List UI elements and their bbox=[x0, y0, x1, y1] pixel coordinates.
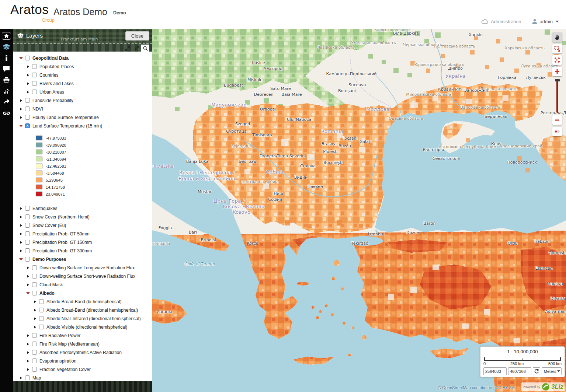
expand-arrow-icon[interactable] bbox=[27, 65, 29, 68]
layer-label[interactable]: Map bbox=[32, 375, 41, 381]
layer-label[interactable]: Albedo bbox=[39, 291, 55, 296]
layer-item[interactable]: Albedo Broad-Band (bi-hemispherical) bbox=[13, 297, 152, 306]
layer-checkbox[interactable] bbox=[39, 308, 44, 312]
layer-item[interactable]: Evapotranspiration bbox=[13, 357, 152, 365]
layer-checkbox[interactable] bbox=[25, 206, 30, 211]
layer-checkbox[interactable] bbox=[25, 375, 30, 380]
3liz-logo-icon[interactable] bbox=[542, 383, 550, 391]
layer-item[interactable]: Down-welling Surface Short-wave Radiatio… bbox=[13, 272, 152, 280]
collapse-arrow-icon[interactable] bbox=[19, 258, 23, 260]
layer-checkbox[interactable] bbox=[39, 325, 44, 329]
map-canvas[interactable] bbox=[152, 29, 566, 392]
expand-arrow-icon[interactable] bbox=[20, 377, 22, 379]
pan-button[interactable] bbox=[552, 32, 562, 42]
expand-arrow-icon[interactable] bbox=[20, 232, 22, 235]
layer-item[interactable]: Precipitation Prob. GT 50mm bbox=[13, 230, 152, 238]
expand-arrow-icon[interactable] bbox=[27, 82, 29, 85]
layer-item[interactable]: Albedo Visible (directional hemispherica… bbox=[13, 323, 152, 331]
layer-checkbox[interactable] bbox=[25, 56, 30, 60]
layer-checkbox[interactable] bbox=[32, 342, 37, 346]
previous-extent-button[interactable] bbox=[552, 127, 562, 136]
expand-arrow-icon[interactable] bbox=[27, 275, 29, 278]
layer-label[interactable]: Populated Places bbox=[39, 64, 74, 69]
print-button[interactable] bbox=[0, 74, 13, 85]
coordinate-x-input[interactable] bbox=[483, 367, 507, 375]
layer-label[interactable]: Albedo Broad-Band (bi-hemispherical) bbox=[46, 299, 121, 304]
layer-checkbox[interactable] bbox=[25, 115, 30, 120]
expand-arrow-icon[interactable] bbox=[20, 224, 22, 227]
layer-label[interactable]: Geopolitical Data bbox=[32, 56, 69, 61]
expand-all-button[interactable] bbox=[125, 45, 131, 51]
collapse-arrow-icon[interactable] bbox=[26, 292, 30, 294]
layer-checkbox[interactable] bbox=[32, 90, 37, 94]
expand-arrow-icon[interactable] bbox=[27, 343, 29, 346]
home-button[interactable] bbox=[0, 30, 13, 41]
layer-item[interactable]: Countries bbox=[13, 71, 152, 79]
layer-item[interactable]: Down-welling Surface Long-wave Radiation… bbox=[13, 263, 152, 272]
layer-checkbox[interactable] bbox=[25, 214, 30, 219]
expand-arrow-icon[interactable] bbox=[20, 116, 22, 119]
zoom-slider-handle[interactable] bbox=[555, 79, 560, 81]
layer-item[interactable]: Geopolitical Data bbox=[13, 54, 152, 62]
layer-label[interactable]: Precipitation Prob. GT 50mm bbox=[32, 231, 90, 237]
layer-checkbox[interactable] bbox=[32, 274, 37, 279]
layer-label[interactable]: Land Surface Temperature (15 min) bbox=[32, 123, 102, 129]
refresh-button[interactable] bbox=[533, 367, 540, 375]
layer-label[interactable]: Hourly Land Surface Temperature bbox=[32, 115, 99, 120]
expand-arrow-icon[interactable] bbox=[20, 99, 22, 102]
layer-label[interactable]: Demo Purposes bbox=[32, 257, 66, 262]
layer-label[interactable]: Rivers and Lakes bbox=[39, 81, 74, 86]
share-button[interactable] bbox=[0, 97, 13, 108]
layer-item[interactable]: Hourly Land Surface Temperature bbox=[13, 113, 152, 122]
layer-checkbox[interactable] bbox=[32, 73, 37, 77]
layers-button[interactable] bbox=[0, 41, 13, 52]
layer-label[interactable]: Albedo Broad-Band (directional hemispher… bbox=[46, 308, 138, 313]
expand-arrow-icon[interactable] bbox=[34, 309, 36, 312]
layer-item[interactable]: Demo Purposes bbox=[13, 255, 152, 263]
layer-checkbox[interactable] bbox=[32, 350, 37, 355]
layer-checkbox[interactable] bbox=[32, 282, 37, 287]
collapse-arrow-icon[interactable] bbox=[19, 57, 23, 59]
attribution-link[interactable]: © OpenStreetMap contributors, CC-BY-SA bbox=[438, 385, 514, 390]
layer-item[interactable]: Snow Cover (Eu) bbox=[13, 221, 152, 230]
zoom-box-button[interactable] bbox=[552, 44, 562, 53]
layer-label[interactable]: Down-welling Surface Short-wave Radiatio… bbox=[39, 274, 135, 279]
administration-link[interactable]: Administration bbox=[481, 19, 521, 24]
layer-item[interactable]: ×Land Surface Temperature (15 min) bbox=[13, 122, 152, 130]
layer-label[interactable]: Earthquakes bbox=[32, 206, 57, 211]
expand-arrow-icon[interactable] bbox=[20, 249, 22, 252]
layer-label[interactable]: NDVI bbox=[32, 106, 43, 112]
zoom-in-button[interactable] bbox=[552, 67, 562, 76]
layer-label[interactable]: Countries bbox=[39, 73, 58, 78]
layer-label[interactable]: Fire Radiative Power bbox=[39, 333, 80, 338]
layer-item[interactable]: Precipitation Prob. GT 300mm bbox=[13, 246, 152, 255]
expand-arrow-icon[interactable] bbox=[27, 334, 29, 337]
layer-checkbox[interactable]: × bbox=[25, 123, 30, 128]
user-menu[interactable]: admin bbox=[532, 18, 559, 24]
permalink-button[interactable] bbox=[0, 108, 13, 119]
layer-item[interactable]: Snow Cover (Northern Hemi) bbox=[13, 213, 152, 221]
layer-item[interactable]: Albedo Broad-Band (directional hemispher… bbox=[13, 306, 152, 314]
layer-label[interactable]: Precipitation Prob. GT 300mm bbox=[32, 248, 92, 253]
layer-item[interactable]: Fraction Vegetation Cover bbox=[13, 365, 152, 374]
expand-arrow-icon[interactable] bbox=[27, 283, 29, 286]
layer-checkbox[interactable] bbox=[39, 316, 44, 321]
expand-arrow-icon[interactable] bbox=[20, 108, 22, 111]
layer-checkbox[interactable] bbox=[32, 64, 37, 69]
expand-arrow-icon[interactable] bbox=[27, 351, 29, 354]
layer-checkbox[interactable] bbox=[32, 81, 37, 86]
layer-item[interactable]: Absorbed Photosynthetic Active Radiation bbox=[13, 348, 152, 357]
layer-checkbox[interactable] bbox=[32, 265, 37, 270]
layer-checkbox[interactable] bbox=[39, 299, 44, 304]
layer-label[interactable]: Down-welling Surface Long-wave Radiation… bbox=[39, 265, 135, 270]
layer-item[interactable]: Albedo Near-Infrared (directional hemisp… bbox=[13, 314, 152, 323]
expand-arrow-icon[interactable] bbox=[27, 360, 29, 363]
layer-item[interactable]: Albedo bbox=[13, 289, 152, 297]
layer-checkbox[interactable] bbox=[32, 367, 37, 372]
layer-label[interactable]: Evapotranspiration bbox=[39, 358, 76, 364]
layer-checkbox[interactable] bbox=[32, 333, 37, 338]
layer-checkbox[interactable] bbox=[32, 358, 37, 363]
layer-checkbox[interactable] bbox=[25, 223, 30, 228]
expand-arrow-icon[interactable] bbox=[34, 317, 36, 320]
layer-checkbox[interactable] bbox=[25, 257, 30, 262]
